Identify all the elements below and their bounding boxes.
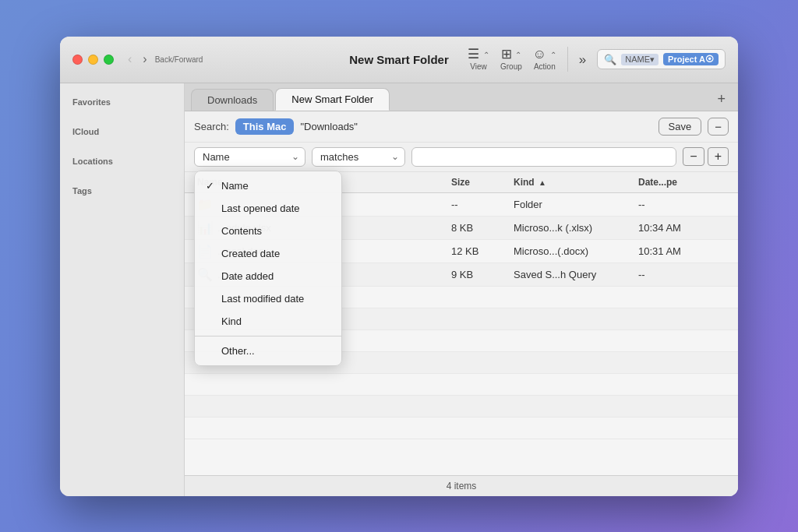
group-icon: ⊞ ⌃ bbox=[501, 48, 522, 61]
dropdown-item-last-opened[interactable]: Last opened date bbox=[195, 197, 341, 220]
dropdown-item-last-modified[interactable]: Last modified date bbox=[195, 287, 341, 310]
search-icon: 🔍 bbox=[604, 54, 616, 65]
search-tag: Project A⦿ bbox=[663, 53, 719, 65]
field-dropdown-menu: Name Last opened date Contents Created d… bbox=[194, 171, 342, 366]
sidebar: Favorites iCloud Locations Tags bbox=[60, 83, 185, 496]
minus-search-button[interactable]: − bbox=[708, 118, 729, 136]
add-tab-button[interactable]: + bbox=[711, 88, 732, 111]
search-row: Search: This Mac "Downloads" Save − bbox=[185, 111, 738, 143]
dropdown-item-other[interactable]: Other... bbox=[195, 340, 341, 362]
tabs: Downloads New Smart Folder + bbox=[185, 83, 738, 111]
titlebar-inner: ‹ › Back/Forward New Smart Folder ☰ ⌃ Vi… bbox=[72, 47, 726, 72]
tab-new-smart-folder[interactable]: New Smart Folder bbox=[275, 88, 390, 111]
back-forward-label: Back/Forward bbox=[155, 55, 203, 64]
dropdown-item-contents[interactable]: Contents bbox=[195, 220, 341, 242]
field-select[interactable]: Name Last opened date Contents Created d… bbox=[194, 147, 305, 167]
finder-window: ‹ › Back/Forward New Smart Folder ☰ ⌃ Vi… bbox=[60, 37, 738, 496]
col-size: Size bbox=[448, 175, 510, 189]
sidebar-section-tags: Tags bbox=[60, 181, 184, 199]
filter-value-input[interactable] bbox=[411, 147, 676, 167]
file-kind-cell: Saved S...h Query bbox=[510, 267, 635, 282]
name-badge: NAME▾ bbox=[621, 54, 659, 65]
action-icon: ☺ ⌃ bbox=[533, 48, 556, 61]
nav-buttons: ‹ › bbox=[125, 51, 150, 67]
more-toolbar-group[interactable]: » bbox=[579, 53, 586, 66]
tab-downloads[interactable]: Downloads bbox=[191, 89, 274, 111]
filter-row: Name Last opened date Contents Created d… bbox=[185, 143, 738, 172]
dropdown-item-date-added[interactable]: Date added bbox=[195, 265, 341, 287]
forward-button[interactable]: › bbox=[139, 51, 150, 67]
item-count: 4 items bbox=[447, 481, 477, 491]
file-size-cell: 8 KB bbox=[448, 220, 510, 235]
sidebar-section-favorites: Favorites bbox=[60, 93, 184, 110]
minimize-button[interactable] bbox=[88, 55, 98, 65]
table-row-empty bbox=[185, 417, 738, 439]
file-date-cell: 10:34 AM bbox=[635, 220, 729, 235]
col-kind[interactable]: Kind ▲ bbox=[510, 175, 635, 189]
action-toolbar-group[interactable]: ☺ ⌃ Action bbox=[533, 48, 556, 71]
table-row-empty bbox=[185, 374, 738, 396]
window-title: New Smart Folder bbox=[349, 53, 449, 66]
titlebar: ‹ › Back/Forward New Smart Folder ☰ ⌃ Vi… bbox=[60, 37, 738, 83]
add-filter-button[interactable]: + bbox=[708, 147, 729, 166]
save-button[interactable]: Save bbox=[659, 118, 702, 136]
close-button[interactable] bbox=[72, 55, 83, 65]
dropdown-item-name[interactable]: Name bbox=[195, 174, 341, 197]
toolbar-right: ☰ ⌃ View ⊞ ⌃ Group ☺ ⌃ Action » bbox=[468, 47, 726, 72]
file-date-cell: 10:31 AM bbox=[635, 244, 729, 259]
file-kind-cell: Microsо...k (.xlsx) bbox=[510, 220, 635, 235]
file-kind-cell: Folder bbox=[510, 197, 635, 212]
maximize-button[interactable] bbox=[104, 55, 114, 65]
sidebar-section-locations: Locations bbox=[60, 152, 184, 169]
dropdown-separator bbox=[195, 336, 341, 336]
search-bar[interactable]: 🔍 NAME▾ Project A⦿ bbox=[597, 49, 726, 69]
view-icon: ☰ ⌃ bbox=[468, 48, 489, 61]
file-date-cell: -- bbox=[635, 197, 729, 212]
table-row-empty bbox=[185, 396, 738, 417]
toolbar-separator bbox=[567, 47, 568, 72]
this-mac-button[interactable]: This Mac bbox=[235, 118, 295, 135]
dropdown-item-kind[interactable]: Kind bbox=[195, 310, 341, 333]
view-toolbar-group[interactable]: ☰ ⌃ View bbox=[468, 48, 489, 71]
search-label: Search: bbox=[194, 121, 229, 132]
operator-select[interactable]: matches contains starts with ends with bbox=[312, 147, 405, 167]
group-toolbar-group[interactable]: ⊞ ⌃ Group bbox=[500, 48, 522, 71]
operator-select-wrapper: matches contains starts with ends with bbox=[312, 147, 405, 167]
file-date-cell: -- bbox=[635, 267, 729, 282]
remove-filter-button[interactable]: − bbox=[683, 147, 704, 166]
sidebar-section-icloud: iCloud bbox=[60, 122, 184, 139]
content: Favorites iCloud Locations Tags Download… bbox=[60, 83, 738, 496]
sort-indicator: ▲ bbox=[538, 178, 546, 187]
dropdown-item-created[interactable]: Created date bbox=[195, 242, 341, 265]
filter-actions: − + bbox=[683, 147, 729, 166]
search-downloads-quote: "Downloads" bbox=[300, 121, 358, 132]
more-icon: » bbox=[579, 53, 586, 66]
traffic-lights bbox=[72, 55, 114, 65]
back-button[interactable]: ‹ bbox=[125, 51, 135, 67]
file-size-cell: -- bbox=[448, 197, 510, 212]
status-bar: 4 items bbox=[185, 475, 738, 496]
col-date: Date...pe bbox=[635, 175, 729, 189]
file-size-cell: 9 KB bbox=[448, 267, 510, 282]
main-content: Downloads New Smart Folder + Search: Thi… bbox=[185, 83, 738, 496]
field-select-wrapper: Name Last opened date Contents Created d… bbox=[194, 147, 305, 167]
file-size-cell: 12 KB bbox=[448, 244, 510, 259]
file-kind-cell: Microsо...(.docx) bbox=[510, 244, 635, 259]
